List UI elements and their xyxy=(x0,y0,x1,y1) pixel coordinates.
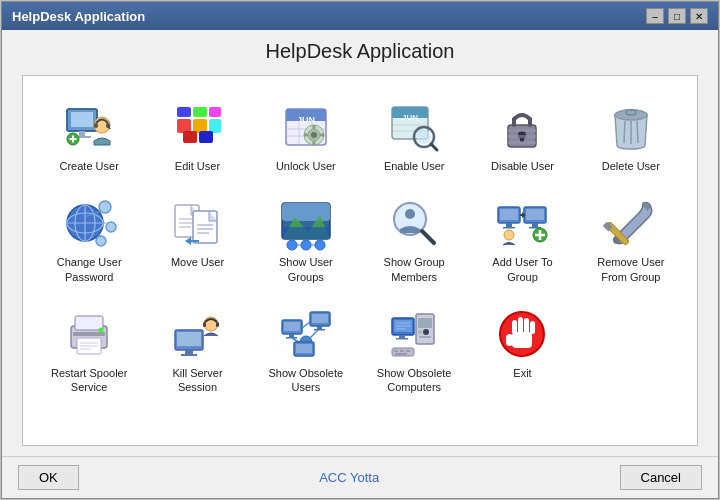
icon-delete-user[interactable]: Delete User xyxy=(579,90,683,182)
footer-center-text: ACC Yotta xyxy=(319,470,379,485)
svg-rect-130 xyxy=(296,344,312,353)
svg-rect-34 xyxy=(320,134,324,137)
show-group-members-icon xyxy=(386,195,442,251)
svg-rect-52 xyxy=(626,110,636,115)
icon-restart-spooler-service[interactable]: Restart SpoolerService xyxy=(37,297,141,404)
svg-rect-145 xyxy=(400,350,404,352)
svg-rect-93 xyxy=(532,223,538,227)
footer: OK ACC Yotta Cancel xyxy=(2,456,718,498)
restart-spooler-service-label: Restart SpoolerService xyxy=(51,366,127,395)
delete-user-icon xyxy=(603,99,659,155)
svg-rect-116 xyxy=(216,322,219,327)
svg-rect-90 xyxy=(503,227,515,229)
enable-user-icon: JUN xyxy=(386,99,442,155)
cancel-button[interactable]: Cancel xyxy=(620,465,702,490)
svg-point-85 xyxy=(405,209,415,219)
show-obsolete-computers-label: Show ObsoleteComputers xyxy=(377,366,452,395)
minimize-button[interactable]: – xyxy=(646,8,664,24)
icon-change-user-password[interactable]: Change UserPassword xyxy=(37,186,141,293)
icon-unlock-user[interactable]: JUN Unlock User xyxy=(254,90,358,182)
icon-move-user[interactable]: Move User xyxy=(145,186,249,293)
disable-user-icon xyxy=(494,99,550,155)
icon-add-user-to-group[interactable]: Add User ToGroup xyxy=(470,186,574,293)
svg-rect-123 xyxy=(317,326,322,329)
svg-rect-31 xyxy=(312,125,315,129)
icon-show-user-groups[interactable]: Show UserGroups xyxy=(254,186,358,293)
edit-user-label: Edit User xyxy=(175,159,220,173)
svg-rect-49 xyxy=(508,141,536,144)
show-user-groups-icon xyxy=(278,195,334,251)
svg-rect-6 xyxy=(94,123,98,128)
svg-rect-48 xyxy=(508,135,536,138)
move-user-label: Move User xyxy=(171,255,224,269)
svg-rect-103 xyxy=(75,316,103,330)
svg-point-62 xyxy=(106,222,116,232)
icon-enable-user[interactable]: JUN Enable User xyxy=(362,90,466,182)
icon-exit[interactable]: Exit xyxy=(470,297,574,404)
svg-line-128 xyxy=(310,330,318,338)
svg-rect-71 xyxy=(193,211,217,243)
svg-line-55 xyxy=(637,121,638,143)
change-user-password-icon xyxy=(61,195,117,251)
ok-button[interactable]: OK xyxy=(18,465,79,490)
show-obsolete-computers-icon xyxy=(386,306,442,362)
icon-remove-user-from-group[interactable]: Remove UserFrom Group xyxy=(579,186,683,293)
svg-rect-153 xyxy=(530,321,535,334)
show-group-members-label: Show GroupMembers xyxy=(384,255,445,284)
enable-user-label: Enable User xyxy=(384,159,445,173)
svg-rect-152 xyxy=(524,318,529,334)
restart-spooler-service-icon xyxy=(61,306,117,362)
svg-point-79 xyxy=(287,240,297,250)
icon-show-group-members[interactable]: Show GroupMembers xyxy=(362,186,466,293)
close-button[interactable]: ✕ xyxy=(690,8,708,24)
window-title: HelpDesk Application xyxy=(12,9,145,24)
unlock-user-icon: JUN xyxy=(278,99,334,155)
svg-rect-17 xyxy=(209,119,221,133)
svg-rect-33 xyxy=(304,134,308,137)
delete-user-label: Delete User xyxy=(602,159,660,173)
svg-rect-113 xyxy=(181,354,197,356)
svg-point-42 xyxy=(417,130,431,144)
svg-point-80 xyxy=(301,240,311,250)
window-controls: – □ ✕ xyxy=(646,8,708,24)
svg-rect-149 xyxy=(512,332,532,348)
icon-disable-user[interactable]: Disable User xyxy=(470,90,574,182)
svg-line-43 xyxy=(431,144,437,150)
maximize-button[interactable]: □ xyxy=(668,8,686,24)
icon-edit-user[interactable]: Edit User xyxy=(145,90,249,182)
svg-line-125 xyxy=(302,322,310,328)
svg-rect-122 xyxy=(312,314,328,323)
svg-rect-124 xyxy=(314,329,325,331)
svg-point-81 xyxy=(315,240,325,250)
icon-kill-server-session[interactable]: Kill ServerSession xyxy=(145,297,249,404)
svg-line-86 xyxy=(422,231,434,243)
svg-rect-16 xyxy=(209,107,221,117)
remove-user-from-group-label: Remove UserFrom Group xyxy=(597,255,664,284)
svg-rect-32 xyxy=(312,141,315,145)
move-user-icon xyxy=(169,195,225,251)
svg-rect-154 xyxy=(506,334,513,346)
kill-server-session-icon xyxy=(169,306,225,362)
svg-rect-3 xyxy=(79,131,85,136)
content-area: HelpDesk Application Create User xyxy=(2,30,718,456)
svg-rect-142 xyxy=(396,338,408,340)
svg-point-109 xyxy=(99,327,104,332)
create-user-icon xyxy=(61,99,117,155)
svg-rect-78 xyxy=(282,227,330,239)
icon-show-obsolete-users[interactable]: Show ObsoleteUsers xyxy=(254,297,358,404)
svg-rect-112 xyxy=(185,350,193,354)
svg-rect-147 xyxy=(395,353,407,355)
main-window: HelpDesk Application – □ ✕ HelpDesk Appl… xyxy=(1,1,719,499)
svg-rect-115 xyxy=(203,322,206,327)
svg-rect-141 xyxy=(399,335,405,338)
svg-rect-13 xyxy=(177,107,191,117)
icon-create-user[interactable]: Create User xyxy=(37,90,141,182)
icon-show-obsolete-computers[interactable]: Show ObsoleteComputers xyxy=(362,297,466,404)
svg-rect-108 xyxy=(73,332,105,336)
app-title: HelpDesk Application xyxy=(22,40,698,63)
create-user-label: Create User xyxy=(60,159,119,173)
svg-rect-111 xyxy=(177,332,201,346)
add-user-to-group-icon xyxy=(494,195,550,251)
svg-point-30 xyxy=(311,132,317,138)
svg-rect-135 xyxy=(419,336,431,338)
